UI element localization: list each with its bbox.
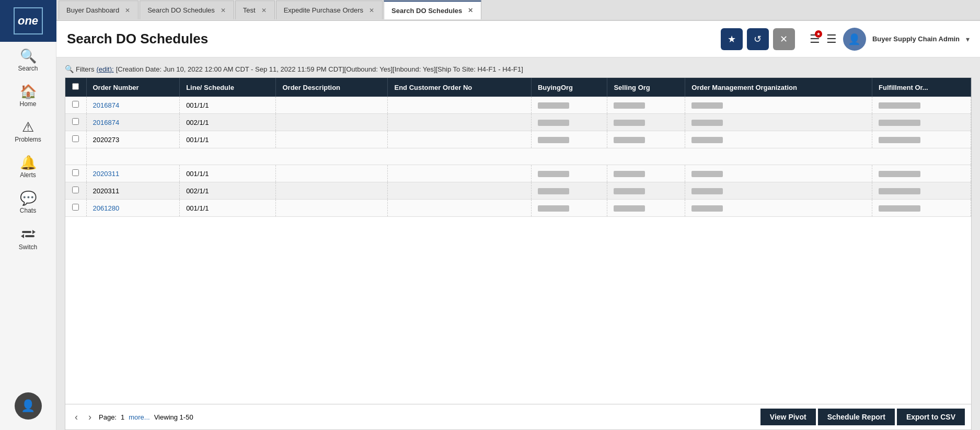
tab-buyer-dashboard[interactable]: Buyer Dashboard ✕ [59, 1, 139, 19]
cell-order-number[interactable]: 2020311 [86, 165, 180, 182]
table-row: 2016874002/1/1 [65, 114, 971, 131]
user-name[interactable]: Buyer Supply Chain Admin [872, 35, 960, 43]
table-body: 2016874001/1/12016874002/1/12020273001/1… [65, 97, 971, 217]
cell-order-description [276, 200, 388, 217]
tab-label: Buyer Dashboard [66, 6, 119, 14]
table-row: 2020311001/1/1 [65, 165, 971, 182]
cell-end-customer [388, 97, 531, 114]
cell-end-customer [388, 182, 531, 200]
star-icon: ★ [728, 33, 736, 45]
sidebar-item-label: Chats [20, 207, 36, 214]
tab-label: Search DO Schedules [391, 7, 462, 15]
sidebar-item-home[interactable]: 🏠 Home [0, 77, 56, 113]
view-pivot-button[interactable]: View Pivot [760, 409, 816, 425]
cell-line-schedule: 002/1/1 [180, 182, 276, 200]
sidebar-item-alerts[interactable]: 🔔 Alerts [0, 148, 56, 184]
table-row: 2016874001/1/1 [65, 97, 971, 114]
row-checkbox[interactable] [72, 118, 79, 125]
tab-bar: Buyer Dashboard ✕ Search DO Schedules ✕ … [56, 0, 980, 21]
sidebar-item-switch[interactable]: Switch [0, 219, 56, 256]
tab-close-expedite-po[interactable]: ✕ [367, 6, 376, 15]
notification-icon[interactable]: ☰ ★ [810, 32, 820, 46]
data-table-wrapper: Order Number Line/ Schedule Order Descri… [65, 77, 972, 430]
user-avatar-sidebar[interactable]: 👤 [15, 392, 42, 420]
sidebar-item-chats[interactable]: 💬 Chats [0, 184, 56, 219]
sidebar-item-problems[interactable]: ⚠ Problems [0, 113, 56, 148]
filters-text: [Creation Date: Jun 10, 2022 12:00 AM CD… [116, 65, 523, 73]
more-pages-link[interactable]: more... [129, 413, 149, 421]
svg-rect-0 [22, 231, 31, 233]
cell-selling-org [607, 182, 685, 200]
tab-close-buyer-dashboard[interactable]: ✕ [123, 6, 132, 15]
cell-selling-org [607, 131, 685, 148]
cell-selling-org [607, 114, 685, 131]
cell-line-schedule: 001/1/1 [180, 97, 276, 114]
table-scroll[interactable]: Order Number Line/ Schedule Order Descri… [65, 78, 971, 404]
prev-page-button[interactable]: ‹ [72, 411, 81, 424]
row-checkbox[interactable] [72, 204, 79, 211]
sidebar: one 🔍 Search 🏠 Home ⚠ Problems 🔔 Alerts … [0, 0, 56, 430]
cell-line-schedule: 001/1/1 [180, 165, 276, 182]
row-checkbox[interactable] [72, 169, 79, 176]
tab-expedite-po[interactable]: Expedite Purchase Orders ✕ [276, 1, 383, 19]
tab-label: Test [243, 6, 256, 14]
search-icon: 🔍 [20, 49, 37, 63]
cell-order-number[interactable]: 2061280 [86, 200, 180, 217]
user-dropdown-chevron[interactable]: ▾ [966, 35, 970, 43]
cell-fulfillment [872, 97, 971, 114]
col-fulfillment-org: Fulfillment Or... [872, 78, 971, 97]
schedule-report-button[interactable]: Schedule Report [818, 409, 895, 425]
cell-selling-org [607, 165, 685, 182]
tab-close-test[interactable]: ✕ [260, 6, 268, 15]
user-avatar-header[interactable]: 👤 [843, 28, 866, 51]
filters-edit-link[interactable]: (edit): [96, 65, 113, 73]
svg-marker-1 [32, 230, 36, 234]
sidebar-item-label: Alerts [20, 171, 36, 179]
cell-order-number[interactable]: 2016874 [86, 97, 180, 114]
header-right: ☰ ★ ☰ 👤 Buyer Supply Chain Admin ▾ [810, 28, 970, 51]
tab-test[interactable]: Test ✕ [235, 1, 275, 19]
hamburger-icon[interactable]: ☰ [826, 32, 837, 46]
sidebar-item-label: Switch [19, 243, 37, 251]
cell-fulfillment [872, 165, 971, 182]
cell-order-description [276, 131, 388, 148]
header: Search DO Schedules ★ ↺ ✕ ☰ ★ ☰ 👤 Buyer [56, 21, 980, 57]
row-checkbox[interactable] [72, 101, 79, 108]
cell-order-number[interactable]: 2016874 [86, 114, 180, 131]
switch-icon [21, 227, 36, 241]
sidebar-item-label: Home [19, 100, 36, 108]
chat-icon: 💬 [20, 191, 37, 205]
table-row: 2061280001/1/1 [65, 200, 971, 217]
cell-order-number: 2020311 [86, 182, 180, 200]
cell-order-mgmt [685, 97, 872, 114]
cell-end-customer [388, 165, 531, 182]
footer-actions: View Pivot Schedule Report Export to CSV [760, 409, 965, 425]
cell-end-customer [388, 200, 531, 217]
refresh-button[interactable]: ↺ [747, 28, 769, 50]
tab-search-do-2[interactable]: Search DO Schedules ✕ [384, 1, 481, 19]
cell-line-schedule: 001/1/1 [180, 131, 276, 148]
select-all-checkbox[interactable] [72, 83, 79, 90]
col-line-schedule: Line/ Schedule [180, 78, 276, 97]
tab-search-do-1[interactable]: Search DO Schedules ✕ [140, 1, 234, 19]
cell-fulfillment [872, 131, 971, 148]
next-page-button[interactable]: › [85, 411, 95, 424]
cell-line-schedule: 002/1/1 [180, 114, 276, 131]
table-header-row: Order Number Line/ Schedule Order Descri… [65, 78, 971, 97]
page-title: Search DO Schedules [67, 31, 208, 47]
cell-buying-org [531, 200, 607, 217]
sidebar-item-search[interactable]: 🔍 Search [0, 42, 56, 77]
tab-close-search-do-1[interactable]: ✕ [219, 6, 227, 15]
star-button[interactable]: ★ [721, 28, 743, 50]
table-row: 2020273001/1/1 [65, 131, 971, 148]
close-page-button[interactable]: ✕ [773, 28, 795, 50]
cell-order-description [276, 182, 388, 200]
cell-buying-org [531, 97, 607, 114]
row-checkbox[interactable] [72, 187, 79, 193]
cell-order-mgmt [685, 200, 872, 217]
app-logo[interactable]: one [0, 0, 56, 42]
tab-close-search-do-2[interactable]: ✕ [466, 6, 475, 15]
cell-end-customer [388, 131, 531, 148]
row-checkbox[interactable] [72, 135, 79, 142]
export-csv-button[interactable]: Export to CSV [897, 409, 965, 425]
